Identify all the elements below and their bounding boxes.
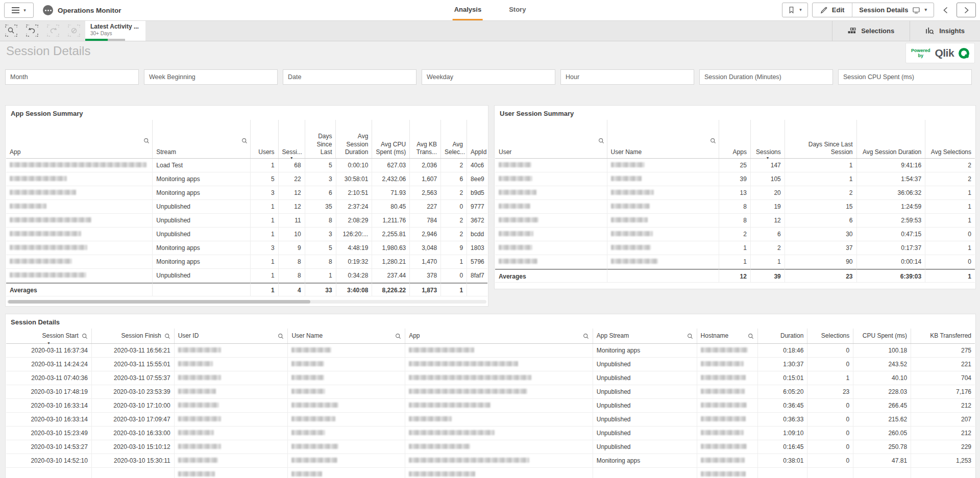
app-summary-cell[interactable] bbox=[6, 228, 153, 241]
app-summary-cell[interactable]: 237.44 bbox=[372, 269, 410, 283]
user-summary-column-apps[interactable]: Apps bbox=[719, 120, 751, 158]
user-summary-column-avg-selections[interactable]: Avg Selections bbox=[925, 120, 975, 158]
session-details-cell[interactable] bbox=[405, 344, 593, 358]
user-summary-cell[interactable]: 25 bbox=[719, 159, 751, 172]
user-summary-cell[interactable]: 15 bbox=[785, 200, 857, 214]
session-details-column-user-id[interactable]: User ID bbox=[175, 329, 288, 343]
app-summary-cell[interactable]: 1 bbox=[251, 200, 279, 214]
search-icon[interactable] bbox=[710, 138, 716, 144]
app-summary-cell[interactable]: 1 bbox=[441, 255, 467, 269]
session-details-cell[interactable]: 1:30:37 bbox=[758, 358, 807, 371]
user-summary-cell[interactable] bbox=[607, 172, 720, 186]
session-details-cell[interactable]: 1 bbox=[807, 371, 853, 385]
session-details-cell[interactable] bbox=[697, 385, 758, 399]
user-summary-cell[interactable]: 1 bbox=[925, 186, 975, 200]
user-summary-cell[interactable]: 147 bbox=[751, 159, 785, 172]
app-summary-cell[interactable]: Monitoring apps bbox=[153, 255, 251, 269]
user-summary-cell[interactable]: 0:47:15 bbox=[857, 228, 926, 241]
session-details-cell[interactable]: 212 bbox=[911, 426, 975, 440]
user-summary-cell[interactable]: 30 bbox=[785, 228, 857, 241]
app-summary-cell[interactable]: 8 bbox=[279, 255, 305, 269]
session-details-cell[interactable] bbox=[697, 344, 758, 358]
app-summary-cell[interactable]: 0:34:28 bbox=[336, 269, 373, 283]
app-summary-cell[interactable]: 3,048 bbox=[410, 241, 441, 255]
session-details-cell[interactable]: Unpublished bbox=[593, 358, 697, 371]
app-summary-cell[interactable] bbox=[6, 186, 153, 200]
bookmarks-button[interactable]: ▾ bbox=[782, 3, 808, 17]
tab-analysis[interactable]: Analysis bbox=[453, 0, 483, 20]
app-summary-cell[interactable]: 1,470 bbox=[410, 255, 441, 269]
app-summary-cell[interactable]: 1 bbox=[305, 269, 336, 283]
app-summary-cell[interactable]: 2 bbox=[441, 228, 467, 241]
app-summary-cell[interactable]: 8 bbox=[305, 255, 336, 269]
user-summary-cell[interactable]: 39 bbox=[719, 172, 751, 186]
app-summary-cell[interactable]: Monitoring apps bbox=[153, 186, 251, 200]
app-summary-cell[interactable]: 12 bbox=[279, 200, 305, 214]
user-summary-cell[interactable] bbox=[495, 172, 607, 186]
search-icon[interactable] bbox=[583, 333, 589, 339]
session-details-cell[interactable]: 2020-03-10 17:09:47 bbox=[92, 413, 175, 426]
session-details-cell[interactable] bbox=[405, 468, 593, 478]
user-summary-cell[interactable] bbox=[495, 159, 607, 172]
app-summary-cell[interactable]: 0 bbox=[441, 200, 467, 214]
app-summary-cell[interactable]: 0 bbox=[441, 269, 467, 283]
app-summary-cell[interactable]: 1 bbox=[251, 159, 279, 172]
session-details-cell[interactable] bbox=[697, 413, 758, 426]
session-details-cell[interactable]: Unpublished bbox=[593, 413, 697, 426]
session-details-cell[interactable] bbox=[175, 344, 288, 358]
session-details-cell[interactable]: 266.45 bbox=[853, 399, 911, 413]
app-summary-cell[interactable]: Load Test bbox=[153, 159, 251, 172]
user-summary-cell[interactable]: 0:17:37 bbox=[857, 241, 926, 255]
session-details-cell[interactable]: Unpublished bbox=[593, 440, 697, 454]
app-summary-cell[interactable]: 2 bbox=[441, 159, 467, 172]
session-details-cell[interactable] bbox=[697, 358, 758, 371]
user-summary-cell[interactable]: 90 bbox=[785, 255, 857, 269]
app-summary-cell[interactable]: 3 bbox=[251, 241, 279, 255]
app-summary-cell[interactable]: 5 bbox=[305, 241, 336, 255]
user-summary-cell[interactable]: 1 bbox=[925, 200, 975, 214]
user-summary-cell[interactable]: 1 bbox=[925, 214, 975, 228]
app-summary-cell[interactable]: Monitoring apps bbox=[153, 172, 251, 186]
app-summary-cell[interactable] bbox=[6, 241, 153, 255]
user-summary-cell[interactable]: 2 bbox=[719, 228, 751, 241]
app-summary-column-avg-session-duration[interactable]: Avg Session Duration bbox=[336, 120, 372, 158]
user-summary-cell[interactable]: 37 bbox=[785, 241, 857, 255]
app-summary-cell[interactable]: 1,607 bbox=[410, 172, 441, 186]
smart-search-icon[interactable] bbox=[5, 24, 17, 37]
filter-session-cpu-spent-ms[interactable]: Session CPU Spent (ms) bbox=[838, 69, 972, 85]
user-summary-cell[interactable]: 1 bbox=[785, 172, 857, 186]
search-icon[interactable] bbox=[598, 138, 604, 144]
session-details-cell[interactable] bbox=[405, 399, 593, 413]
user-summary-cell[interactable]: 1:24:59 bbox=[857, 200, 926, 214]
user-summary-cell[interactable]: 36:06:32 bbox=[857, 186, 926, 200]
user-summary-cell[interactable]: 1:54:37 bbox=[857, 172, 926, 186]
user-summary-cell[interactable]: 2 bbox=[785, 186, 857, 200]
session-details-cell[interactable]: 0 bbox=[807, 440, 853, 454]
user-summary-cell[interactable]: 13 bbox=[719, 186, 751, 200]
app-summary-cell[interactable]: 2 bbox=[441, 214, 467, 228]
app-summary-cell[interactable]: 10 bbox=[279, 228, 305, 241]
session-details-cell[interactable]: 1,253 bbox=[911, 454, 975, 468]
user-summary-cell[interactable] bbox=[607, 241, 720, 255]
session-details-cell[interactable] bbox=[405, 426, 593, 440]
app-summary-cell[interactable]: 627.03 bbox=[372, 159, 410, 172]
app-summary-cell[interactable]: 2:37:24 bbox=[336, 200, 373, 214]
session-details-cell[interactable] bbox=[807, 468, 853, 478]
app-summary-cell[interactable]: 22 bbox=[279, 172, 305, 186]
app-summary-cell[interactable]: 5 bbox=[305, 159, 336, 172]
app-summary-cell[interactable]: 126:20:... bbox=[336, 228, 373, 241]
app-summary-cell[interactable]: 8 bbox=[305, 214, 336, 228]
session-details-cell[interactable]: 1:09:10 bbox=[758, 426, 807, 440]
session-details-cell[interactable] bbox=[288, 426, 405, 440]
session-details-cell[interactable]: 207 bbox=[911, 413, 975, 426]
session-details-cell[interactable]: 229 bbox=[911, 440, 975, 454]
app-summary-cell[interactable]: 1 bbox=[251, 255, 279, 269]
session-details-cell[interactable] bbox=[853, 468, 911, 478]
session-details-cell[interactable]: 2020-03-10 16:33:14 bbox=[6, 413, 92, 426]
session-details-cell[interactable]: 212 bbox=[911, 399, 975, 413]
app-summary-cell[interactable] bbox=[6, 159, 153, 172]
tab-story[interactable]: Story bbox=[507, 0, 527, 20]
session-details-cell[interactable] bbox=[405, 413, 593, 426]
app-summary-column-users[interactable]: Users bbox=[251, 120, 279, 158]
app-summary-cell[interactable]: 8 bbox=[279, 269, 305, 283]
